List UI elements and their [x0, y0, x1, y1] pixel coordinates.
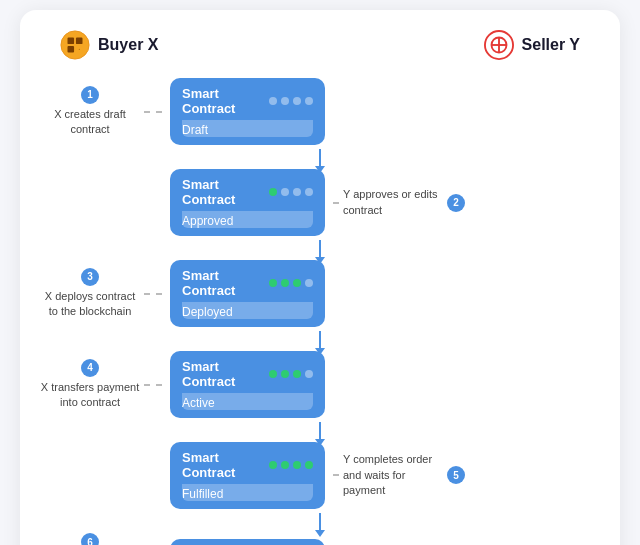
card5-title-text: Smart Contract — [182, 450, 269, 480]
dot-active — [293, 461, 301, 469]
flow-left-4: 4 X transfers payment into contract — [30, 359, 170, 411]
svg-rect-3 — [68, 46, 75, 53]
step6-badge: 6 — [81, 533, 99, 545]
arrow-down-4 — [319, 422, 321, 440]
seller-actor: Seller Y — [484, 30, 580, 60]
card4-title: Smart Contract — [182, 359, 313, 389]
dot-active — [269, 279, 277, 287]
card4-title-text: Smart Contract — [182, 359, 269, 389]
step2-badge-row: Y approves or edits contract 2 — [343, 187, 465, 218]
svg-rect-1 — [68, 38, 75, 45]
card1-center: Smart Contract Draft — [170, 78, 325, 145]
arrow-down-2 — [319, 240, 321, 258]
arrow-down-1 — [319, 149, 321, 167]
dot — [281, 188, 289, 196]
arrow-3 — [30, 329, 610, 351]
contract-card-1: Smart Contract Draft — [170, 78, 325, 145]
step1-text: X creates draft contract — [40, 107, 140, 138]
step5-badge: 5 — [447, 466, 465, 484]
step2-text: Y approves or edits contract — [343, 187, 443, 218]
card2-center: Smart Contract Approved — [170, 169, 325, 236]
card2-status: Approved — [182, 211, 313, 228]
connector-6: 6 X receives order and releases funds fr… — [30, 533, 162, 545]
connector-1: 1 X creates draft contract — [30, 86, 162, 138]
flow-row-2: Smart Contract Approved — [30, 169, 610, 236]
step1-annot: 1 X creates draft contract — [40, 86, 140, 138]
arrow-5 — [30, 511, 610, 533]
card3-status: Deployed — [182, 302, 313, 319]
dot-active — [281, 370, 289, 378]
step2-annot: Y approves or edits contract 2 — [343, 187, 465, 218]
dot — [293, 188, 301, 196]
step5-annot: Y completes order and waits for payment … — [343, 452, 465, 498]
step4-annot: 4 X transfers payment into contract — [40, 359, 140, 411]
flow-right-2: Y approves or edits contract 2 — [325, 187, 465, 218]
arrow-4 — [30, 420, 610, 442]
step5-text: Y completes order and waits for payment — [343, 452, 443, 498]
card3-title: Smart Contract — [182, 268, 313, 298]
dot — [269, 97, 277, 105]
step3-text: X deploys contract to the blockchain — [40, 289, 140, 320]
step6-annot: 6 X receives order and releases funds fr… — [40, 533, 140, 545]
card3-dots — [269, 279, 313, 287]
arrow-down-5 — [319, 513, 321, 531]
dot-active — [305, 461, 313, 469]
svg-rect-5 — [79, 49, 80, 50]
dot-active — [293, 279, 301, 287]
flow-row-4: 4 X transfers payment into contract Smar… — [30, 351, 610, 418]
flow-left-1: 1 X creates draft contract — [30, 86, 170, 138]
dot — [305, 97, 313, 105]
card5-title: Smart Contract — [182, 450, 313, 480]
buyer-icon — [60, 30, 90, 60]
connector-5: Y completes order and waits for payment … — [333, 452, 465, 498]
card2-dots — [269, 188, 313, 196]
contract-card-6: Smart Contract ✓ Executed — [170, 539, 325, 545]
arrow-down-3 — [319, 331, 321, 349]
card6-center: Smart Contract ✓ Executed — [170, 539, 325, 545]
card5-center: Smart Contract Fulfilled — [170, 442, 325, 509]
dot-active — [269, 461, 277, 469]
card1-status: Draft — [182, 120, 313, 137]
dashed-3 — [144, 293, 162, 295]
seller-icon — [484, 30, 514, 60]
dot — [293, 97, 301, 105]
dot-active — [269, 188, 277, 196]
step3-annot: 3 X deploys contract to the blockchain — [40, 268, 140, 320]
contract-card-2: Smart Contract Approved — [170, 169, 325, 236]
dot — [305, 188, 313, 196]
card1-title: Smart Contract — [182, 86, 313, 116]
flow-row-6: 6 X receives order and releases funds fr… — [30, 533, 610, 545]
dashed-4 — [144, 384, 162, 386]
step1-badge: 1 — [81, 86, 99, 104]
buyer-actor: Buyer X — [60, 30, 158, 60]
contract-card-4: Smart Contract Active — [170, 351, 325, 418]
dashed-1 — [144, 111, 162, 113]
arrow-2 — [30, 238, 610, 260]
dot-active — [269, 370, 277, 378]
flow-left-3: 3 X deploys contract to the blockchain — [30, 268, 170, 320]
flow-row-1: 1 X creates draft contract Smart Contrac… — [30, 78, 610, 145]
dot-active — [281, 461, 289, 469]
connector-3: 3 X deploys contract to the blockchain — [30, 268, 162, 320]
card4-dots — [269, 370, 313, 378]
svg-point-0 — [61, 31, 89, 59]
diagram-container: Buyer X Seller Y 1 X creates draft contr… — [20, 10, 620, 545]
card4-center: Smart Contract Active — [170, 351, 325, 418]
contract-card-5: Smart Contract Fulfilled — [170, 442, 325, 509]
connector-4: 4 X transfers payment into contract — [30, 359, 162, 411]
dot — [305, 279, 313, 287]
step4-text: X transfers payment into contract — [40, 380, 140, 411]
flow-right-5: Y completes order and waits for payment … — [325, 452, 465, 498]
arrow-1 — [30, 147, 610, 169]
dashed-2 — [333, 202, 339, 204]
card3-center: Smart Contract Deployed — [170, 260, 325, 327]
card1-title-text: Smart Contract — [182, 86, 269, 116]
dashed-5 — [333, 474, 339, 476]
flow-row-3: 3 X deploys contract to the blockchain S… — [30, 260, 610, 327]
dot — [281, 97, 289, 105]
card5-dots — [269, 461, 313, 469]
buyer-name: Buyer X — [98, 36, 158, 54]
step4-badge: 4 — [81, 359, 99, 377]
card3-title-text: Smart Contract — [182, 268, 269, 298]
card4-status: Active — [182, 393, 313, 410]
